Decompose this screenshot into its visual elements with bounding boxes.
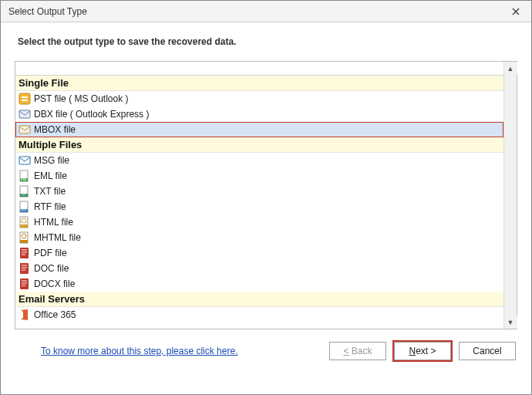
- output-type-list: Single File PST file ( MS Outlook ) DBX …: [15, 61, 517, 329]
- item-html[interactable]: HTML file: [15, 214, 503, 230]
- back-button-label: < Back: [343, 346, 372, 356]
- instruction-text: Select the output type to save the recov…: [1, 22, 531, 53]
- svg-text:RTF: RTF: [21, 208, 27, 212]
- next-button-label: Next >: [409, 346, 436, 356]
- item-label: Office 365: [34, 309, 76, 320]
- eml-file-icon: EML: [19, 170, 31, 182]
- svg-rect-3: [22, 96, 28, 98]
- doc-file-icon: [19, 262, 31, 275]
- svg-rect-23: [20, 248, 29, 258]
- scroll-up-arrow-icon[interactable]: ▲: [504, 62, 517, 75]
- titlebar-title: Select Output Type: [8, 6, 87, 17]
- svg-text:TXT: TXT: [21, 193, 27, 197]
- item-label: DOCX file: [34, 279, 75, 289]
- back-button[interactable]: < Back: [329, 342, 386, 360]
- item-label: EML file: [34, 170, 67, 181]
- item-office365[interactable]: Office 365: [15, 307, 503, 322]
- item-eml[interactable]: EML EML file: [15, 168, 503, 184]
- item-label: MSG file: [34, 155, 69, 166]
- dialog-select-output-type: Select Output Type Select the output typ…: [0, 0, 532, 395]
- office365-icon: [19, 309, 31, 321]
- category-multiple-files: Multiple Files: [15, 137, 503, 153]
- help-link[interactable]: To know more about this step, please cli…: [41, 346, 237, 356]
- msg-file-icon: [19, 154, 31, 167]
- mbox-file-icon: [19, 123, 31, 136]
- list-content: Single File PST file ( MS Outlook ) DBX …: [15, 62, 503, 329]
- mhtml-file-icon: [19, 231, 31, 244]
- item-label: MHTML file: [34, 232, 81, 243]
- vertical-scrollbar[interactable]: ▲ ▼: [503, 62, 517, 329]
- docx-file-icon: [19, 278, 31, 290]
- item-label: TXT file: [34, 186, 66, 197]
- item-rtf[interactable]: RTF RTF file: [15, 199, 503, 214]
- svg-rect-25: [20, 279, 29, 289]
- item-doc[interactable]: DOC file: [15, 261, 503, 276]
- list-scroll-area: Single File PST file ( MS Outlook ) DBX …: [15, 76, 503, 329]
- category-email-servers: Email Servers: [15, 292, 503, 307]
- item-dbx[interactable]: DBX file ( Outlook Express ): [15, 106, 503, 122]
- list-column-header: [15, 62, 503, 76]
- item-msg[interactable]: MSG file: [15, 153, 503, 168]
- item-label: HTML file: [34, 217, 73, 228]
- svg-rect-24: [20, 263, 29, 274]
- rtf-file-icon: RTF: [19, 201, 31, 213]
- cancel-button[interactable]: Cancel: [459, 342, 516, 360]
- titlebar: Select Output Type: [1, 1, 531, 22]
- svg-rect-5: [19, 110, 30, 118]
- cancel-button-label: Cancel: [473, 346, 501, 356]
- txt-file-icon: TXT: [19, 185, 31, 198]
- category-single-file: Single File: [15, 76, 503, 91]
- item-label: DOC file: [34, 263, 69, 274]
- item-mhtml[interactable]: MHTML file: [15, 230, 503, 245]
- item-label: DBX file ( Outlook Express ): [34, 109, 149, 120]
- item-mbox[interactable]: MBOX file: [15, 122, 503, 137]
- dialog-footer: To know more about this step, please cli…: [1, 329, 531, 371]
- close-button[interactable]: [507, 4, 525, 19]
- pst-file-icon: [19, 93, 31, 105]
- svg-rect-19: [20, 225, 28, 228]
- dbx-file-icon: [19, 108, 31, 120]
- svg-rect-7: [19, 157, 30, 164]
- item-label: PST file ( MS Outlook ): [34, 93, 128, 104]
- svg-text:EML: EML: [21, 177, 28, 181]
- pdf-file-icon: [19, 247, 31, 259]
- item-pdf[interactable]: PDF file: [15, 245, 503, 261]
- close-icon: [512, 8, 520, 15]
- svg-rect-2: [19, 93, 30, 104]
- next-button[interactable]: Next >: [394, 342, 451, 360]
- item-pst[interactable]: PST file ( MS Outlook ): [15, 91, 503, 106]
- item-docx[interactable]: DOCX file: [15, 276, 503, 292]
- svg-rect-6: [19, 126, 30, 133]
- svg-rect-22: [20, 240, 28, 243]
- item-label: RTF file: [34, 201, 66, 212]
- scroll-down-arrow-icon[interactable]: ▼: [504, 316, 517, 329]
- button-bar: < Back Next > Cancel: [329, 342, 516, 360]
- item-txt[interactable]: TXT TXT file: [15, 184, 503, 199]
- item-label: MBOX file: [34, 124, 76, 135]
- svg-rect-4: [22, 100, 28, 101]
- svg-marker-26: [21, 309, 28, 320]
- item-label: PDF file: [34, 248, 67, 258]
- html-file-icon: [19, 216, 31, 228]
